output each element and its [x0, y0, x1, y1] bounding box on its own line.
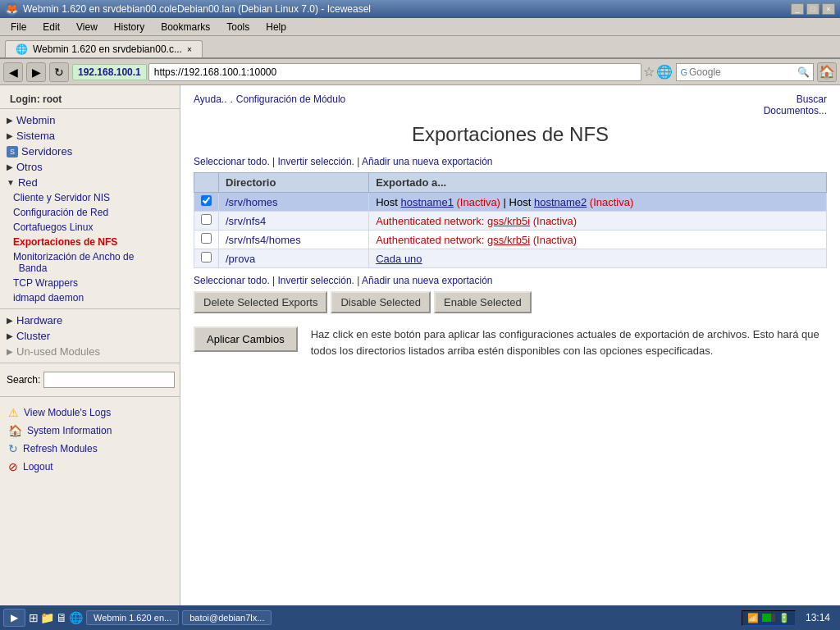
tray-volume-icon — [762, 614, 775, 622]
start-button[interactable]: ▶ — [3, 609, 25, 627]
maximize-btn[interactable]: □ — [806, 3, 819, 15]
sidebar-item-red[interactable]: ▼ Red — [0, 175, 180, 190]
system-info-item[interactable]: 🏠 System Information — [0, 422, 180, 440]
row4-checkbox[interactable] — [201, 252, 212, 262]
taskbar: ▶ ⊞ 📁 🖥 🌐 Webmin 1.620 en... batoi@debia… — [0, 605, 840, 630]
select-all-link-top[interactable]: Seleccionar todo. — [194, 156, 270, 167]
back-button[interactable]: ◀ — [3, 62, 23, 82]
module-config-link[interactable]: Configuración de Módulo — [236, 94, 345, 110]
sidebar-search-input[interactable] — [43, 372, 175, 388]
forward-button[interactable]: ▶ — [26, 62, 46, 82]
unused-label: Un-used Modules — [16, 345, 100, 358]
bookmark-star-icon[interactable]: ☆ — [643, 64, 655, 80]
menu-edit[interactable]: Edit — [35, 19, 67, 35]
tab-webmin[interactable]: 🌐 Webmin 1.620 en srvdebian00.c... × — [5, 40, 203, 57]
sidebar-item-config-red[interactable]: Configuración de Red — [0, 205, 180, 220]
enable-selected-button[interactable]: Enable Selected — [434, 291, 532, 313]
menu-history[interactable]: History — [107, 19, 152, 35]
menu-bar: File Edit View History Bookmarks Tools H… — [0, 18, 840, 36]
refresh-icon: ↻ — [8, 442, 18, 455]
top-links: Ayuda.. . Configuración de Módulo — [194, 94, 345, 110]
view-logs-label: View Module's Logs — [24, 407, 111, 418]
taskbar-terminal-btn[interactable]: batoi@debian7lx... — [182, 610, 272, 625]
tab-close-btn[interactable]: × — [187, 45, 192, 54]
sidebar-item-nis[interactable]: Cliente y Servidor NIS — [0, 190, 180, 205]
row2-network-link[interactable]: gss/krb5i — [487, 215, 530, 227]
window-title: Webmin 1.620 en srvdebian00.coleDebian00… — [23, 3, 371, 15]
apply-section: Aplicar Cambios Haz click en este botón … — [194, 326, 827, 358]
disable-selected-button[interactable]: Disable Selected — [331, 291, 431, 313]
tab-favicon: 🌐 — [16, 43, 28, 55]
sidebar-item-unused[interactable]: ▶ Un-used Modules — [0, 344, 180, 359]
reload-button[interactable]: ↻ — [49, 62, 69, 82]
taskbar-webmin-btn[interactable]: Webmin 1.620 en... — [86, 610, 179, 625]
clock: 13:14 — [799, 610, 837, 625]
col-checkbox — [194, 173, 219, 193]
nav-bar: ◀ ▶ ↻ 192.168.100.1 ☆ 🌐 G 🔍 🏠 — [0, 59, 840, 85]
menu-bookmarks[interactable]: Bookmarks — [153, 19, 217, 35]
search-link[interactable]: Buscar — [764, 94, 827, 105]
select-all-link-bottom[interactable]: Seleccionar todo. — [194, 275, 270, 286]
help-link[interactable]: Ayuda.. — [194, 94, 226, 110]
delete-selected-button[interactable]: Delete Selected Exports — [194, 291, 327, 313]
site-info-icon[interactable]: 🌐 — [656, 64, 673, 80]
minimize-btn[interactable]: _ — [791, 3, 804, 15]
row4-exported: Cada uno — [369, 249, 827, 268]
cluster-label: Cluster — [16, 330, 50, 342]
sidebar-item-idmapd[interactable]: idmapd daemon — [0, 290, 180, 305]
row1-host1-link[interactable]: hostname1 — [401, 196, 454, 208]
exports-table: Directorio Exportado a... /srv/homes Hos… — [194, 172, 827, 268]
row2-directory[interactable]: /srv/nfs4 — [219, 212, 369, 231]
menu-file[interactable]: File — [3, 19, 34, 35]
row3-directory[interactable]: /srv/nfs4/homes — [219, 231, 369, 249]
window-controls[interactable]: _ □ × — [791, 3, 835, 15]
row1-directory[interactable]: /srv/homes — [219, 193, 369, 212]
webmin-label: Webmin — [16, 114, 55, 126]
taskbar-files-icon: 📁 — [40, 611, 54, 624]
menu-tools[interactable]: Tools — [219, 19, 257, 35]
sidebar-item-otros[interactable]: ▶ Otros — [0, 159, 180, 175]
row1-checkbox[interactable] — [201, 195, 212, 206]
sidebar-item-servidores[interactable]: S Servidores — [0, 144, 180, 159]
row3-network-link[interactable]: gss/krb5i — [487, 234, 530, 246]
row2-checkbox[interactable] — [201, 214, 212, 225]
search-input[interactable] — [689, 66, 796, 78]
add-new-link-bottom[interactable]: Añadir una nueva exportación — [362, 275, 492, 286]
row4-directory[interactable]: /prova — [219, 249, 369, 268]
view-logs-item[interactable]: ⚠ View Module's Logs — [0, 404, 180, 422]
sidebar-item-sistema[interactable]: ▶ Sistema — [0, 128, 180, 144]
invert-selection-link-bottom[interactable]: Invertir selección. — [278, 275, 354, 286]
table-row: /prova Cada uno — [194, 249, 827, 268]
row4-cada-link[interactable]: Cada uno — [376, 253, 422, 265]
logout-item[interactable]: ⊘ Logout — [0, 458, 180, 476]
taskbar-terminal-icon: 🖥 — [56, 611, 67, 624]
sidebar: Login: root ▶ Webmin ▶ Sistema S Servido… — [0, 85, 180, 605]
add-new-link-top[interactable]: Añadir una nueva exportación — [362, 156, 492, 167]
sidebar-item-monitorizacion[interactable]: Monitorización de Ancho de Banda — [0, 249, 180, 276]
search-icon[interactable]: 🔍 — [797, 66, 810, 78]
sidebar-item-cortafuegos[interactable]: Cortafuegos Linux — [0, 220, 180, 235]
logout-icon: ⊘ — [8, 460, 18, 473]
refresh-modules-item[interactable]: ↻ Refresh Modules — [0, 440, 180, 458]
menu-help[interactable]: Help — [258, 19, 294, 35]
sidebar-item-webmin[interactable]: ▶ Webmin — [0, 112, 180, 128]
menu-view[interactable]: View — [69, 19, 105, 35]
table-row: /srv/nfs4 Authenticated network: gss/krb… — [194, 212, 827, 231]
sidebar-bottom: ⚠ View Module's Logs 🏠 System Informatio… — [0, 400, 180, 479]
sidebar-item-tcp-wrappers[interactable]: TCP Wrappers — [0, 276, 180, 290]
system-info-icon: 🏠 — [8, 424, 22, 437]
apply-changes-button[interactable]: Aplicar Cambios — [194, 326, 298, 352]
row1-host2-link[interactable]: hostname2 — [534, 196, 587, 208]
sidebar-item-hardware[interactable]: ▶ Hardware — [0, 313, 180, 328]
docs-link[interactable]: Documentos... — [764, 105, 827, 116]
invert-selection-link-top[interactable]: Invertir selección. — [278, 156, 354, 167]
apply-description: Haz click en este botón para aplicar las… — [311, 326, 827, 358]
row3-checkbox[interactable] — [201, 233, 212, 244]
home-button[interactable]: 🏠 — [817, 62, 837, 82]
url-input[interactable] — [148, 63, 642, 81]
sidebar-item-exportaciones-nfs[interactable]: Exportaciones de NFS — [0, 235, 180, 249]
sidebar-item-cluster[interactable]: ▶ Cluster — [0, 328, 180, 344]
hardware-label: Hardware — [16, 314, 62, 326]
close-btn[interactable]: × — [822, 3, 835, 15]
title-bar: 🦊 Webmin 1.620 en srvdebian00.coleDebian… — [0, 0, 840, 18]
